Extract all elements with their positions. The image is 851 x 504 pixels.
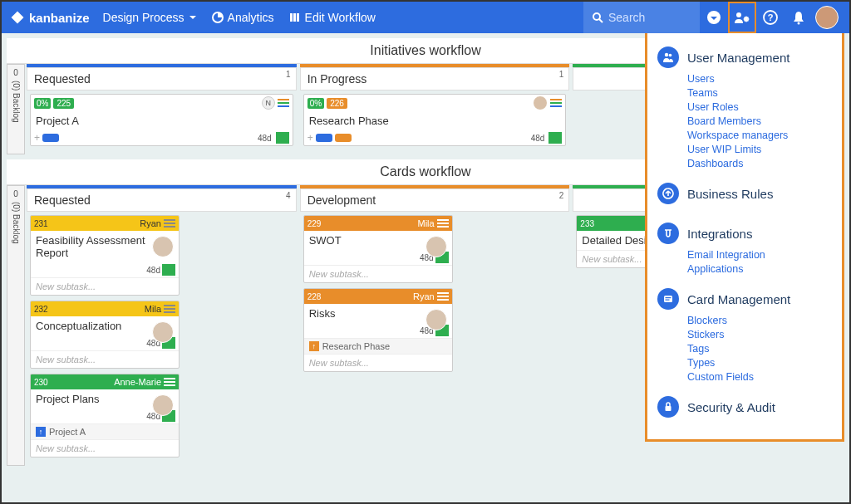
- admin-link-teams[interactable]: Teams: [687, 87, 832, 99]
- admin-title: Integrations: [687, 227, 752, 241]
- admin-link-users[interactable]: Users: [687, 73, 832, 85]
- edit-workflow-link[interactable]: Edit Workflow: [289, 11, 376, 24]
- admin-heading[interactable]: Business Rules: [657, 183, 832, 204]
- card-id: 225: [53, 98, 74, 109]
- admin-heading[interactable]: Card Management: [657, 288, 832, 310]
- parent-reference[interactable]: ↑Project A: [31, 423, 179, 439]
- add-icon[interactable]: +: [307, 132, 313, 144]
- column-in-progress: In Progress 1 0% 226 Research Phase +: [300, 64, 570, 154]
- tag-chip: [42, 134, 59, 142]
- admin-link-applications[interactable]: Applications: [687, 263, 832, 275]
- admin-link-wip-limits[interactable]: User WIP Limits: [687, 144, 832, 155]
- new-subtask-input[interactable]: New subtask...: [31, 350, 179, 368]
- card-age: 48d: [258, 134, 272, 143]
- svg-rect-15: [666, 297, 671, 298]
- status-block: [548, 132, 562, 144]
- backlog-tab[interactable]: 0 (0) Backlog: [7, 185, 25, 466]
- column-name: In Progress: [307, 72, 367, 86]
- task-card[interactable]: 228 Ryan Risks 48d ↑Research Phase New s…: [303, 288, 453, 372]
- search-input[interactable]: [608, 11, 683, 24]
- admin-title: User Management: [687, 51, 790, 65]
- card-menu-icon[interactable]: [278, 99, 289, 107]
- admin-heading[interactable]: User Management: [657, 46, 832, 68]
- assignee-avatar: [426, 236, 447, 257]
- svg-rect-3: [297, 13, 299, 22]
- progress-badge: 0%: [34, 98, 51, 109]
- admin-link-custom-fields[interactable]: Custom Fields: [687, 371, 832, 383]
- admin-panel: User Management Users Teams User Roles B…: [645, 33, 844, 442]
- parent-reference[interactable]: ↑Research Phase: [304, 338, 452, 354]
- notifications-icon[interactable]: [785, 2, 813, 33]
- svg-point-4: [593, 13, 600, 20]
- help-icon[interactable]: ?: [756, 2, 785, 33]
- admin-link-types[interactable]: Types: [687, 357, 832, 369]
- card-menu-icon[interactable]: [437, 292, 449, 301]
- analytics-link[interactable]: Analytics: [212, 11, 274, 24]
- add-icon[interactable]: +: [34, 132, 40, 144]
- card-menu-icon[interactable]: [164, 378, 175, 386]
- task-card[interactable]: 232 Mila Conceptualization 48d New subta…: [30, 301, 180, 369]
- card-menu-icon[interactable]: [164, 219, 175, 228]
- initiative-card[interactable]: 0% 226 Research Phase + 48d: [303, 94, 567, 146]
- initiative-card[interactable]: 0% 225 N Project A + 48d: [30, 94, 293, 146]
- search-box[interactable]: [583, 2, 700, 33]
- backlog-tab[interactable]: 0 (0) Backlog: [7, 64, 25, 154]
- admin-heading[interactable]: Integrations: [657, 223, 832, 244]
- users-icon: [657, 46, 679, 68]
- card-icon: [657, 288, 679, 310]
- card-menu-icon[interactable]: [550, 99, 562, 107]
- svg-point-7: [736, 12, 741, 17]
- new-subtask-input[interactable]: New subtask...: [304, 265, 452, 282]
- logo-icon: [10, 10, 25, 25]
- column-header[interactable]: In Progress 1: [300, 67, 570, 91]
- backlog-label: (0) Backlog: [12, 81, 21, 123]
- column-header[interactable]: Development 2: [300, 188, 570, 212]
- card-menu-icon[interactable]: [437, 219, 449, 228]
- admin-link-dashboards[interactable]: Dashboards: [687, 158, 832, 169]
- admin-settings-icon[interactable]: [728, 2, 756, 33]
- task-card[interactable]: 229 Mila SWOT 48d New subtask...: [303, 215, 453, 283]
- admin-link-tags[interactable]: Tags: [687, 343, 832, 355]
- admin-link-blockers[interactable]: Blockers: [687, 315, 832, 326]
- parent-arrow-icon: ↑: [309, 341, 319, 351]
- new-subtask-input[interactable]: New subtask...: [31, 439, 179, 457]
- admin-title: Business Rules: [687, 187, 773, 201]
- column-header[interactable]: Requested 1: [27, 67, 297, 91]
- column-requested: Requested 1 0% 225 N Project A +: [27, 64, 297, 154]
- assignee-avatar: [152, 236, 174, 257]
- card-age: 48d: [531, 134, 545, 143]
- card-id: 233: [580, 219, 594, 228]
- task-card[interactable]: 231 Ryan Feasibility Assessment Report 4…: [30, 215, 180, 296]
- admin-link-stickers[interactable]: Stickers: [687, 329, 832, 340]
- admin-link-email-integration[interactable]: Email Integration: [687, 249, 832, 261]
- parent-arrow-icon: ↑: [36, 427, 46, 437]
- dropdown-icon[interactable]: [700, 2, 728, 33]
- svg-rect-17: [666, 406, 671, 411]
- admin-link-board-members[interactable]: Board Members: [687, 115, 832, 127]
- brand-text: kanbanize: [29, 11, 90, 25]
- new-subtask-input[interactable]: New subtask...: [31, 277, 179, 295]
- admin-link-user-roles[interactable]: User Roles: [687, 101, 832, 113]
- admin-section-card-management: Card Management Blockers Stickers Tags T…: [647, 283, 842, 391]
- board-selector[interactable]: Design Process: [103, 11, 197, 24]
- admin-heading[interactable]: Security & Audit: [657, 396, 832, 418]
- admin-link-workspace-managers[interactable]: Workspace managers: [687, 130, 832, 141]
- card-title: Project A: [31, 111, 293, 130]
- new-subtask-input[interactable]: New subtask...: [304, 354, 452, 371]
- card-menu-icon[interactable]: [164, 305, 175, 313]
- svg-text:?: ?: [768, 12, 774, 22]
- status-block: [276, 132, 289, 144]
- edit-workflow-icon: [289, 12, 301, 23]
- column-header[interactable]: Requested 4: [27, 188, 297, 212]
- task-card[interactable]: 230 Anne-Marie Project Plans 48d ↑Projec…: [30, 374, 180, 458]
- column-count: 1: [286, 70, 291, 79]
- assignee-name: Mila: [418, 218, 435, 228]
- column-count: 1: [559, 70, 564, 79]
- brand-logo[interactable]: kanbanize: [10, 10, 90, 25]
- svg-line-5: [599, 19, 603, 22]
- integrations-icon: [657, 223, 679, 244]
- user-avatar[interactable]: [813, 2, 841, 33]
- column-count: 2: [559, 191, 564, 200]
- assignee-name: Ryan: [140, 218, 161, 228]
- backlog-count: 0: [13, 68, 18, 77]
